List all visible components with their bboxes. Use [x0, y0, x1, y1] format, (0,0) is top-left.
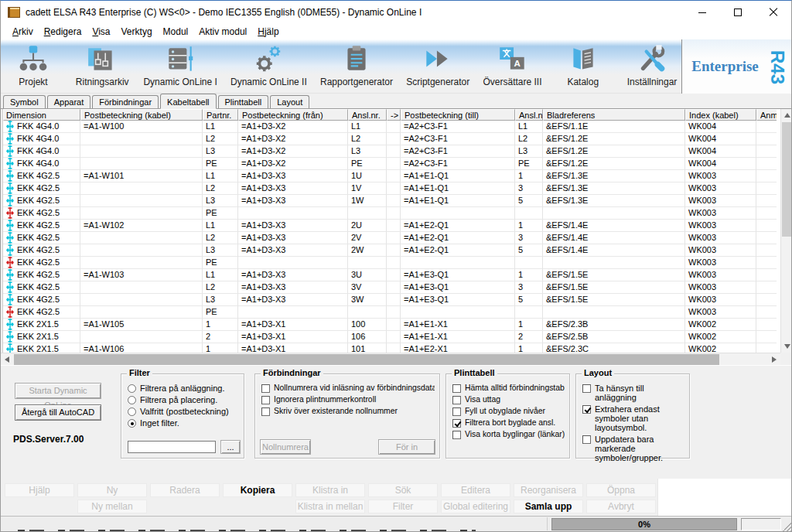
- table-row[interactable]: EKK 4G2.5 =A1-W101 L1 =A1+D3-X3 1U =A1+E…: [3, 170, 778, 182]
- table-row[interactable]: EKK 4G2.5 L2 =A1+D3-X3 1V =A1+E1-Q1 3 &E…: [3, 182, 778, 195]
- action-button[interactable]: Global editering: [441, 500, 510, 513]
- tab[interactable]: Layout: [270, 95, 309, 108]
- menu-item[interactable]: Verktyg: [116, 26, 158, 38]
- maximize-button[interactable]: [720, 1, 756, 24]
- column-header[interactable]: Ansl.nr.: [348, 109, 387, 121]
- filter-input[interactable]: [128, 441, 216, 453]
- toolbar-button-installningar[interactable]: Inställningar: [624, 39, 680, 94]
- nollnumrera-button[interactable]: Nollnumrera: [260, 439, 311, 455]
- tab[interactable]: Apparat: [47, 95, 91, 108]
- column-header[interactable]: Anm: [756, 109, 777, 121]
- action-button[interactable]: Filter: [368, 500, 438, 513]
- browse-button[interactable]: ...: [220, 440, 241, 454]
- toolbar-button-dynamic-online-2[interactable]: Dynamic OnLine II: [230, 39, 307, 94]
- table-row[interactable]: EKK 4G2.5 PE WK003: [3, 257, 778, 269]
- toolbar-button-rapportgenerator[interactable]: Rapportgenerator: [320, 39, 393, 94]
- table-row[interactable]: EKK 4G2.5 =A1-W103 L1 =A1+D3-X3 3U =A1+E…: [3, 269, 778, 281]
- action-button[interactable]: Hjälp: [5, 483, 74, 497]
- toolbar-button-ritningsarkiv[interactable]: Ritningsarkiv: [74, 39, 130, 94]
- table-row[interactable]: EKK 4G2.5 L3 =A1+D3-X3 2W =A1+E2-Q1 5 &E…: [3, 244, 778, 257]
- action-button[interactable]: Samla upp: [514, 500, 583, 513]
- action-button[interactable]: Sök: [368, 483, 438, 497]
- table-row[interactable]: FKK 4G4.0 L2 =A1+D3-X2 L2 =A2+C3-F1 L2 &…: [3, 133, 778, 145]
- plinttabell-checkbox-option[interactable]: Fyll ut obyglade nivåer: [452, 407, 565, 416]
- menu-item[interactable]: Arkiv: [7, 26, 39, 38]
- forbindningar-checkbox-option[interactable]: Ignorera plintnummerkontroll: [261, 395, 435, 404]
- table-row[interactable]: FKK 4G4.0 PE =A1+D3-X2 PE =A2+C3-F1 PE &…: [3, 158, 778, 170]
- horizontal-scroll-thumb[interactable]: [14, 354, 719, 365]
- tab[interactable]: Symbol: [3, 95, 46, 108]
- tab[interactable]: Plinttabell: [218, 95, 269, 108]
- table-row[interactable]: EKK 2X1.5 =A1-W106 1 =A1+D3-X1 101 =A1+E…: [3, 343, 778, 353]
- layout-checkbox-option[interactable]: Extrahera endast symboler utan layoutsym…: [582, 404, 684, 432]
- action-button[interactable]: Editera: [441, 483, 510, 497]
- menu-item[interactable]: Hjälp: [252, 26, 284, 38]
- table-row[interactable]: FKK 4G4.0 =A1-W100 L1 =A1+D3-X2 L1 =A2+C…: [3, 121, 778, 133]
- table-row[interactable]: EKK 4G2.5 L2 =A1+D3-X3 2V =A1+E2-Q1 3 &E…: [3, 232, 778, 244]
- action-button[interactable]: Kopiera: [223, 483, 292, 497]
- forbindningar-checkbox-option[interactable]: Nollnumrera vid inläsning av förbindning…: [261, 384, 435, 393]
- scroll-right-button[interactable]: [768, 353, 780, 366]
- toolbar-button-projekt[interactable]: Projekt: [5, 39, 61, 94]
- table-row[interactable]: EKK 4G2.5 PE WK003: [3, 306, 778, 319]
- table-row[interactable]: EKK 4G2.5 =A1-W102 L1 =A1+D3-X3 2U =A1+E…: [3, 220, 778, 232]
- action-button[interactable]: Ny mellan: [77, 500, 147, 513]
- toolbar-button-scriptgenerator[interactable]: Scriptgenerator: [406, 39, 469, 94]
- column-header[interactable]: Bladreferens: [543, 109, 685, 121]
- table-row[interactable]: EKK 4G2.5 PE WK003: [3, 207, 778, 220]
- column-header[interactable]: Partnr.: [203, 109, 238, 121]
- menu-item[interactable]: Visa: [87, 26, 115, 38]
- column-header[interactable]: Postbeteckning (kabel): [80, 109, 203, 121]
- plinttabell-checkbox-option[interactable]: Hämta alltid förbindningstabell: [452, 384, 565, 393]
- toolbar-button-oversattare[interactable]: A Översättare III: [483, 39, 542, 94]
- table-row[interactable]: EKK 2X1.5 2 =A1+D3-X1 106 =A1+E1-X1 2 &E…: [3, 331, 778, 343]
- column-header[interactable]: Index (kabel): [685, 109, 756, 121]
- action-button[interactable]: Avbryt: [586, 500, 656, 513]
- filter-radio-option[interactable]: Valfritt (postbeteckning): [128, 407, 239, 416]
- table-row[interactable]: EKK 4G2.5 L2 =A1+D3-X3 3V =A1+E3-Q1 3 &E…: [3, 281, 778, 294]
- column-header[interactable]: Dimension: [3, 109, 80, 121]
- horizontal-scrollbar[interactable]: [1, 353, 780, 365]
- resize-grip-icon[interactable]: [782, 523, 791, 532]
- table-row[interactable]: EKK 4G2.5 L3 =A1+D3-X3 1W =A1+E1-Q1 5 &E…: [3, 195, 778, 207]
- scroll-up-button[interactable]: [781, 109, 792, 121]
- tab[interactable]: Förbindningar: [92, 95, 159, 108]
- menu-item[interactable]: Aktiv modul: [193, 26, 252, 38]
- forbindningar-checkbox-option[interactable]: Skriv över existerande nollnummer: [261, 407, 435, 416]
- filter-radio-option[interactable]: Filtrera på placering.: [128, 395, 239, 404]
- close-button[interactable]: [756, 1, 791, 24]
- scroll-down-button[interactable]: [781, 340, 792, 353]
- action-button[interactable]: Ny: [77, 483, 147, 497]
- menu-item[interactable]: Redigera: [39, 26, 87, 38]
- return-to-autocad-button[interactable]: Återgå till AutoCAD: [15, 404, 101, 421]
- vertical-scrollbar[interactable]: [780, 109, 792, 353]
- plinttabell-checkbox-option[interactable]: Filtrera bort byglade ansl.: [452, 418, 565, 428]
- column-header[interactable]: Ansl.nr.: [515, 109, 543, 121]
- action-button[interactable]: Reorganisera: [514, 483, 583, 497]
- table-row[interactable]: EKK 2X1.5 =A1-W105 1 =A1+D3-X1 100 =A1+E…: [3, 319, 778, 331]
- action-button[interactable]: Klistra in mellan: [295, 500, 365, 513]
- action-button[interactable]: Öppna: [586, 483, 656, 497]
- column-header[interactable]: Postbeteckning (till): [401, 109, 515, 121]
- column-header[interactable]: ->: [387, 109, 401, 121]
- column-header[interactable]: Postbeteckning (från): [238, 109, 348, 121]
- minimize-button[interactable]: [684, 1, 720, 24]
- for-in-button[interactable]: För in: [378, 439, 435, 455]
- plinttabell-checkbox-option[interactable]: Visa korta byglingar (länkar): [452, 430, 565, 439]
- scroll-left-button[interactable]: [1, 353, 13, 366]
- action-button[interactable]: Radera: [150, 483, 220, 497]
- start-dynamic-online-button[interactable]: Starta Dynamic OnLine: [15, 383, 101, 399]
- vertical-scroll-thumb[interactable]: [782, 122, 792, 237]
- filter-radio-option[interactable]: Filtrera på anläggning.: [128, 384, 239, 393]
- toolbar-button-katalog[interactable]: Katalog: [555, 39, 611, 94]
- tab[interactable]: Kabeltabell: [160, 94, 216, 109]
- toolbar-button-dynamic-online-1[interactable]: Dynamic OnLine I: [143, 39, 217, 94]
- menu-item[interactable]: Modul: [158, 26, 194, 38]
- action-button[interactable]: Klistra in: [295, 483, 365, 497]
- filter-radio-option[interactable]: Inget filter.: [128, 418, 239, 428]
- layout-checkbox-option[interactable]: Uppdatera bara markerade symboler/gruppe…: [582, 435, 684, 462]
- table-row[interactable]: FKK 4G4.0 L3 =A1+D3-X2 L3 =A2+C3-F1 L3 &…: [3, 145, 778, 158]
- layout-checkbox-option[interactable]: Ta hänsyn till anläggning: [582, 384, 684, 402]
- table-row[interactable]: EKK 4G2.5 L3 =A1+D3-X3 3W =A1+E3-Q1 5 &E…: [3, 294, 778, 306]
- plinttabell-checkbox-option[interactable]: Visa uttag: [452, 395, 565, 404]
